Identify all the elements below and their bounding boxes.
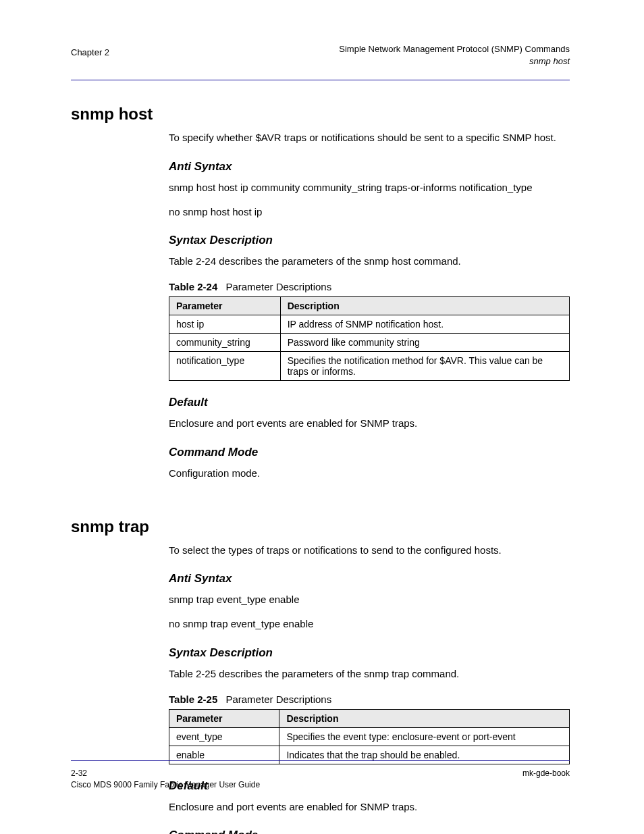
section1-table-label: Table 2-24 Parameter Descriptions <box>169 281 570 292</box>
cell-desc: Password like community string <box>280 334 569 352</box>
section2-table-label: Table 2-25 Parameter Descriptions <box>169 694 570 705</box>
rest: trap event_type enable <box>196 594 300 605</box>
section2-intro: To select the types of traps or notifica… <box>169 543 570 558</box>
footer-page: 2-32 <box>71 768 87 779</box>
pfx: snmp <box>169 182 196 193</box>
section1-antisyntax-h: Anti Syntax <box>169 160 570 174</box>
cell-param: notification_type <box>169 352 281 381</box>
tbl-num: Table 2-24 <box>169 281 217 292</box>
section-title: snmp host <box>71 105 570 124</box>
page-content: snmp host To specify whether $AVR traps … <box>71 80 570 834</box>
section-title: snmp trap <box>71 517 570 536</box>
section1-intro: To specify whether $AVR traps or notific… <box>169 130 570 145</box>
section1-syntax-line1: snmp host host ip community community_st… <box>169 180 570 195</box>
footer-doc: Cisco MDS 9000 Family Fabric Manager Use… <box>71 779 570 791</box>
tbl-num: Table 2-25 <box>169 694 217 705</box>
header-right-line2: snmp host <box>339 55 570 68</box>
section2-default-p: Enclosure and port events are enabled fo… <box>169 800 570 814</box>
section2-syntax-line1: snmp trap event_type enable <box>169 592 570 607</box>
table-row: notification_type Specifies the notifica… <box>169 352 570 381</box>
pfx: no snmp <box>169 206 211 217</box>
tnum: Table 2-24 <box>169 255 216 267</box>
cell-desc: IP address of SNMP notification host. <box>280 315 569 334</box>
tbl-txt: Parameter Descriptions <box>225 281 331 292</box>
captxt2: describes the parameters of the snmp hos… <box>219 255 461 267</box>
footer-line1: 2-32 mk-gde-book <box>71 768 570 779</box>
section2-syntax-h: Syntax Description <box>169 646 570 660</box>
cell-param: host ip <box>169 315 281 334</box>
th-desc: Description <box>279 709 570 727</box>
section1-caption: Table 2-24 describes the parameters of t… <box>169 254 570 269</box>
section1-table: Parameter Description host ip IP address… <box>169 296 570 381</box>
section-snmp-host: snmp host To specify whether $AVR traps … <box>71 105 570 481</box>
tbl-txt: Parameter Descriptions <box>225 694 331 705</box>
table-header-row: Parameter Description <box>169 709 570 727</box>
cell-param: community_string <box>169 334 281 352</box>
page: Chapter 2 Simple Network Management Prot… <box>0 0 644 834</box>
tnum: Table 2-25 <box>169 668 216 679</box>
section1-default-h: Default <box>169 396 570 409</box>
captxt2: describes the parameters of the snmp tra… <box>219 668 459 679</box>
section2-caption: Table 2-25 describes the parameters of t… <box>169 667 570 681</box>
rest: trap event_type enable <box>211 618 314 629</box>
section2-syntax-line2: no snmp trap event_type enable <box>169 617 570 631</box>
header-right: Simple Network Management Protocol (SNMP… <box>339 43 570 67</box>
section2-mode-h: Command Mode <box>169 829 570 834</box>
table-row: event_type Specifies the event type: enc… <box>169 727 570 746</box>
section1-syntax-h: Syntax Description <box>169 234 570 247</box>
header-right-line1: Simple Network Management Protocol (SNMP… <box>339 43 570 55</box>
section1-mode-p: Configuration mode. <box>169 466 570 481</box>
page-footer: 2-32 mk-gde-book Cisco MDS 9000 Family F… <box>71 760 570 791</box>
section1-syntax-line2: no snmp host host ip <box>169 205 570 219</box>
section-gap <box>71 490 570 517</box>
th-param: Parameter <box>169 297 281 315</box>
th-param: Parameter <box>169 709 279 727</box>
section1-mode-h: Command Mode <box>169 446 570 459</box>
table-header-row: Parameter Description <box>169 297 570 315</box>
cell-desc: Specifies the event type: enclosure-even… <box>279 727 570 746</box>
header-chapter: Chapter 2 <box>71 47 109 57</box>
th-desc: Description <box>280 297 569 315</box>
section1-default-p: Enclosure and port events are enabled fo… <box>169 416 570 431</box>
footer-divider <box>71 760 570 761</box>
rest: host host ip <box>211 206 263 217</box>
pfx: snmp <box>169 594 196 605</box>
cell-param: event_type <box>169 727 279 746</box>
footer-brand: mk-gde-book <box>522 768 570 779</box>
section2-antisyntax-h: Anti Syntax <box>169 572 570 585</box>
table-row: host ip IP address of SNMP notification … <box>169 315 570 334</box>
pfx: no snmp <box>169 618 211 629</box>
page-header: Chapter 2 Simple Network Management Prot… <box>71 43 570 74</box>
cell-desc: Specifies the notification method for $A… <box>280 352 569 381</box>
table-row: community_string Password like community… <box>169 334 570 352</box>
rest: host host ip community community_string … <box>196 182 533 193</box>
section2-table: Parameter Description event_type Specifi… <box>169 709 570 764</box>
